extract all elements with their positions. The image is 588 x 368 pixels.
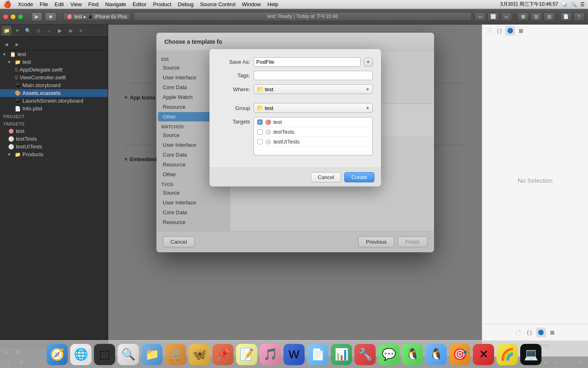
debug-toggle[interactable]: ⬜ — [488, 12, 499, 21]
nav-test-icon[interactable]: ⬦ — [44, 26, 54, 36]
target-testuitests-checkbox[interactable] — [257, 139, 263, 144]
list-icon[interactable]: ☰ — [580, 2, 585, 7]
nav-debug-icon[interactable]: ▶ — [55, 26, 65, 36]
nav-forward[interactable]: ▶ — [12, 39, 22, 49]
search-icon[interactable]: 🔍 — [571, 2, 577, 7]
tags-input[interactable] — [254, 71, 373, 80]
tree-target-tests[interactable]: ⚪ testTests — [0, 135, 108, 143]
maximize-button[interactable] — [18, 14, 23, 19]
dock-target[interactable]: 🎯 — [449, 344, 470, 365]
menu-product[interactable]: Product — [153, 1, 172, 7]
dock-rainbow[interactable]: 🌈 — [497, 344, 518, 365]
target-testtests-checkbox[interactable] — [257, 129, 263, 135]
rs-inspector-icon[interactable]: 🔵 — [505, 26, 515, 36]
navigator-toggle[interactable]: ⚏ — [474, 12, 486, 21]
rs-library-icon[interactable]: ▦ — [516, 26, 526, 36]
group-select[interactable]: 📁 test ▼ — [254, 103, 373, 113]
rs-bottom-icon2[interactable]: { } — [525, 328, 535, 337]
tree-products[interactable]: ▾ 📁 Products — [0, 150, 108, 158]
folder-icon-test: 📁 — [15, 59, 21, 65]
tree-test-folder[interactable]: ▾ 📁 test — [0, 58, 108, 66]
tree-target-uitests[interactable]: ⚪ testUITests — [0, 143, 108, 150]
rs-bottom-icon1[interactable]: 📄 — [513, 328, 523, 337]
rs-bottom-icon4[interactable]: ▦ — [548, 328, 557, 337]
new-file-icon[interactable]: 📄 — [560, 12, 572, 21]
dock-finder[interactable]: 🧭 — [47, 344, 68, 365]
editor-assistant[interactable]: ▥ — [530, 12, 542, 21]
tree-infoplist[interactable]: 📄 Info.plist — [0, 105, 108, 112]
nav-back[interactable]: ◀ — [2, 39, 11, 49]
nav-find-icon[interactable]: 🔍 — [23, 26, 33, 36]
menu-editor[interactable]: Editor — [133, 1, 147, 7]
tree-project-root[interactable]: ▾ 📋 test — [0, 50, 108, 58]
dock-redlabel[interactable]: 🔧 — [354, 344, 376, 365]
target-test[interactable]: ✓ 🎯 test — [254, 117, 372, 127]
menu-navigate[interactable]: Navigate — [105, 1, 126, 7]
tree-mainstoryboard[interactable]: 📱 Main.storyboard — [0, 81, 108, 89]
target-testtests-name: testTests — [274, 129, 294, 135]
close-button[interactable] — [3, 14, 8, 19]
nav-report-icon[interactable]: ≡ — [76, 26, 86, 36]
dock-files[interactable]: 📁 — [141, 344, 163, 365]
stop-button[interactable]: ■ — [45, 12, 56, 21]
nav-breakpoint-icon[interactable]: ◈ — [65, 26, 75, 36]
menu-xcode[interactable]: Xcode — [18, 1, 33, 7]
tree-appdelegate[interactable]: S AppDelegate.swift — [0, 66, 108, 74]
save-as-label: Save As: — [218, 59, 250, 65]
menu-help[interactable]: Help — [267, 1, 278, 7]
nav-warning-icon[interactable]: ⚠ — [33, 26, 43, 36]
menu-edit[interactable]: Edit — [55, 1, 64, 7]
rs-quick-help-icon[interactable]: { } — [494, 26, 504, 36]
editor-standard[interactable]: ▦ — [517, 12, 529, 21]
dock-music[interactable]: 🎵 — [260, 344, 281, 365]
toolbar-separator2 — [557, 12, 558, 20]
target-test-checkbox[interactable]: ✓ — [257, 119, 263, 125]
dock-terminal[interactable]: 💻 — [520, 344, 541, 365]
rs-bottom-icon3[interactable]: 🔵 — [536, 328, 546, 337]
tree-target-test[interactable]: 🎯 test — [0, 127, 108, 135]
rs-file-icon[interactable]: 📄 — [484, 26, 494, 36]
dock-unity[interactable]: ⬚ — [94, 344, 115, 365]
tree-assets[interactable]: 🎨 Assets.xcassets — [0, 89, 108, 97]
save-create-button[interactable]: Create — [344, 172, 374, 182]
tree-launchscreen[interactable]: 📱 LaunchScreen.storyboard — [0, 97, 108, 105]
dock-xmark[interactable]: ✕ — [473, 344, 494, 365]
save-cancel-button[interactable]: Cancel — [311, 172, 341, 182]
dock-word[interactable]: W — [283, 344, 305, 365]
menu-debug[interactable]: Debug — [178, 1, 194, 7]
nav-symbol-icon[interactable]: ✦ — [12, 26, 22, 36]
dock-butterfly[interactable]: 🦋 — [189, 344, 210, 365]
group-row: Group 📁 test ▼ — [218, 103, 373, 113]
where-select[interactable]: 📁 test ▼ — [254, 84, 373, 94]
dock-chrome[interactable]: 🌐 — [70, 344, 91, 365]
target-testtests[interactable]: ⚪ testTests — [254, 127, 372, 137]
inspector-toggle[interactable]: ⚏ — [501, 12, 512, 21]
dock-notes[interactable]: 📝 — [236, 344, 257, 365]
scheme-selector[interactable]: 🎯 test ▸ 📱 iPhone 6s Plus — [63, 13, 131, 21]
target-testuitests[interactable]: ⚪ testUITests — [254, 137, 372, 147]
dock-qq[interactable]: 🐧 — [425, 344, 447, 365]
dock-weixin[interactable]: 🐧 — [402, 344, 423, 365]
save-dropdown-btn[interactable]: ▼ — [364, 58, 373, 67]
run-button[interactable]: ▶ — [31, 12, 42, 21]
dock-excel[interactable]: 📊 — [331, 344, 352, 365]
nav-file-icon[interactable]: 📁 — [2, 26, 11, 36]
dock-doc[interactable]: 📄 — [307, 344, 328, 365]
help-icon[interactable]: ? — [573, 12, 585, 21]
dock-pin[interactable]: 📌 — [212, 344, 234, 365]
dock-app6[interactable]: 🛒 — [165, 344, 186, 365]
menu-window[interactable]: Window — [242, 1, 261, 7]
save-as-input[interactable] — [254, 57, 361, 67]
minimize-button[interactable] — [11, 14, 16, 19]
menu-find[interactable]: Find — [88, 1, 98, 7]
dock-search[interactable]: 🔍 — [118, 344, 139, 365]
dock-chat[interactable]: 💬 — [378, 344, 399, 365]
tree-viewcontroller[interactable]: S ViewController.swift — [0, 74, 108, 81]
plist-icon: 📄 — [15, 106, 21, 112]
editor-version[interactable]: ▤ — [543, 12, 555, 21]
where-value: test — [265, 86, 274, 92]
apple-menu[interactable]: 🍎 — [3, 0, 11, 8]
menu-view[interactable]: View — [70, 1, 82, 7]
menu-source-control[interactable]: Source Control — [200, 1, 236, 7]
menu-file[interactable]: File — [40, 1, 48, 7]
